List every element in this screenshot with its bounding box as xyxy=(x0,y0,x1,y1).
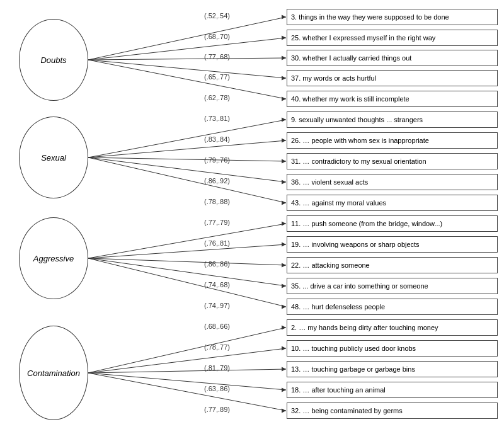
svg-marker-33 xyxy=(282,346,286,351)
item-box-aggressive-1: 19. … involving weapons or sharp objects xyxy=(287,236,498,253)
svg-marker-1 xyxy=(282,15,286,20)
factor-ellipse-contamination: Contamination xyxy=(19,326,88,420)
item-box-sexual-2: 31. … contradictory to my sexual orienta… xyxy=(287,153,498,169)
item-box-doubts-4: 40. whether my work is still incomplete xyxy=(287,91,498,107)
loading-label-aggressive-2: (.86,.86) xyxy=(180,260,230,268)
item-text: 35. ... drive a car into something or so… xyxy=(291,282,428,290)
item-text: 43. … against my moral values xyxy=(291,198,386,207)
svg-marker-19 xyxy=(282,201,286,205)
svg-marker-35 xyxy=(282,367,286,372)
svg-line-12 xyxy=(88,140,286,157)
item-text: 10. … touching publicly used door knobs xyxy=(291,344,416,353)
loading-label-doubts-2: (.77,.68) xyxy=(180,53,230,60)
loading-label-sexual-2: (.79,.76) xyxy=(180,156,230,164)
loading-label-aggressive-0: (.77,.79) xyxy=(180,219,230,226)
svg-marker-23 xyxy=(282,243,286,247)
factor-label-aggressive: Aggressive xyxy=(33,254,74,263)
item-text: 31. … contradictory to my sexual orienta… xyxy=(291,157,427,166)
item-box-aggressive-4: 48. … hurt defenseless people xyxy=(287,299,498,315)
item-text: 30. whether I actually carried things ou… xyxy=(291,54,411,62)
svg-marker-31 xyxy=(282,326,286,330)
factor-label-contamination: Contamination xyxy=(27,368,80,378)
svg-marker-13 xyxy=(282,139,286,143)
svg-marker-17 xyxy=(282,180,286,185)
svg-marker-15 xyxy=(282,159,286,164)
loading-label-sexual-4: (.78,.88) xyxy=(180,198,230,205)
diagram: DoubtsSexualAggressiveContamination3. th… xyxy=(0,0,504,434)
factor-label-doubts: Doubts xyxy=(40,55,66,65)
factor-ellipse-aggressive: Aggressive xyxy=(19,217,88,299)
loading-label-contamination-4: (.77,.89) xyxy=(180,406,230,413)
item-box-doubts-1: 25. whether I expressed myself in the ri… xyxy=(287,30,498,46)
svg-marker-11 xyxy=(282,118,286,122)
svg-marker-29 xyxy=(282,305,286,309)
item-text: 32. … being contaminated by germs xyxy=(291,406,403,415)
item-box-sexual-4: 43. … against my moral values xyxy=(287,195,498,211)
item-box-contamination-3: 18. … after touching an animal xyxy=(287,382,498,398)
factor-ellipse-doubts: Doubts xyxy=(19,19,88,101)
item-text: 22. … attacking someone xyxy=(291,261,370,270)
loading-label-aggressive-4: (.74,.97) xyxy=(180,302,230,309)
loading-label-sexual-1: (.83,.84) xyxy=(180,135,230,143)
svg-marker-21 xyxy=(282,222,286,226)
item-text: 48. … hurt defenseless people xyxy=(291,302,385,311)
item-text: 26. … people with whom sex is inappropri… xyxy=(291,136,429,145)
loading-label-doubts-0: (.52,.54) xyxy=(180,12,230,20)
loading-label-doubts-3: (.65,.77) xyxy=(180,73,230,81)
svg-marker-7 xyxy=(282,76,286,81)
item-box-doubts-0: 3. things in the way they were supposed … xyxy=(287,9,498,25)
item-text: 2. … my hands being dirty after touching… xyxy=(291,323,438,332)
item-text: 40. whether my work is still incomplete xyxy=(291,94,410,103)
loading-label-doubts-4: (.62,.78) xyxy=(180,94,230,101)
loading-label-contamination-1: (.78,.77) xyxy=(180,343,230,351)
item-box-aggressive-0: 11. … push someone (from the bridge, win… xyxy=(287,215,498,232)
item-text: 9. sexually unwanted thoughts ... strang… xyxy=(291,115,423,124)
item-text: 25. whether I expressed myself in the ri… xyxy=(291,33,435,42)
item-box-contamination-2: 13. … touching garbage or garbage bins xyxy=(287,361,498,377)
item-text: 3. things in the way they were supposed … xyxy=(291,13,449,21)
item-text: 19. … involving weapons or sharp objects xyxy=(291,240,420,249)
item-text: 36. … violent sexual acts xyxy=(291,178,368,186)
item-text: 37. my words or acts hurtful xyxy=(291,74,376,83)
loading-label-sexual-3: (.86,.92) xyxy=(180,177,230,185)
loading-label-contamination-3: (.63,.86) xyxy=(180,385,230,392)
item-box-doubts-2: 30. whether I actually carried things ou… xyxy=(287,50,498,66)
svg-marker-5 xyxy=(282,56,286,60)
item-box-aggressive-3: 35. ... drive a car into something or so… xyxy=(287,278,498,294)
loading-label-doubts-1: (.68,.70) xyxy=(180,33,230,40)
factor-ellipse-sexual: Sexual xyxy=(19,117,88,198)
item-box-doubts-3: 37. my words or acts hurtful xyxy=(287,70,498,86)
item-text: 18. … after touching an animal xyxy=(291,385,386,394)
item-box-contamination-0: 2. … my hands being dirty after touching… xyxy=(287,319,498,336)
loading-label-contamination-2: (.81,.79) xyxy=(180,364,230,372)
loading-label-contamination-0: (.68,.66) xyxy=(180,323,230,330)
item-text: 11. … push someone (from the bridge, win… xyxy=(291,219,442,228)
svg-marker-3 xyxy=(282,36,286,40)
svg-marker-37 xyxy=(282,388,286,392)
svg-marker-25 xyxy=(282,263,286,268)
factor-label-sexual: Sexual xyxy=(41,153,66,163)
item-box-contamination-4: 32. … being contaminated by germs xyxy=(287,403,498,419)
svg-marker-39 xyxy=(282,409,286,413)
item-box-sexual-0: 9. sexually unwanted thoughts ... strang… xyxy=(287,111,498,128)
item-text: 13. … touching garbage or garbage bins xyxy=(291,365,415,374)
loading-label-sexual-0: (.73,.81) xyxy=(180,115,230,122)
item-box-sexual-1: 26. … people with whom sex is inappropri… xyxy=(287,132,498,149)
item-box-sexual-3: 36. … violent sexual acts xyxy=(287,174,498,190)
loading-label-aggressive-1: (.76,.81) xyxy=(180,239,230,247)
loading-label-aggressive-3: (.74,.68) xyxy=(180,281,230,288)
item-box-contamination-1: 10. … touching publicly used door knobs xyxy=(287,340,498,357)
item-box-aggressive-2: 22. … attacking someone xyxy=(287,257,498,273)
svg-marker-9 xyxy=(282,97,286,101)
svg-marker-27 xyxy=(282,284,286,288)
